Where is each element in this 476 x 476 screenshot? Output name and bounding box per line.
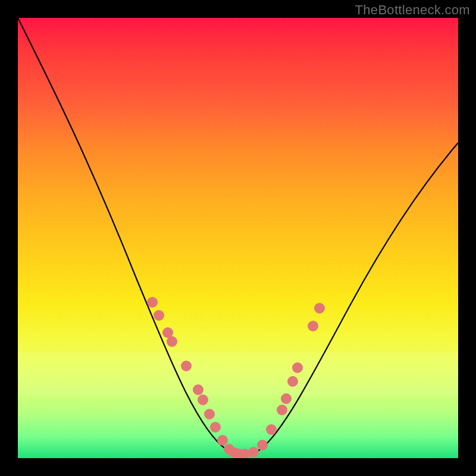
- marker-dot: [281, 393, 292, 404]
- marker-dot: [210, 422, 221, 433]
- marker-dot: [277, 405, 287, 415]
- watermark-text: TheBottleneck.com: [355, 2, 470, 18]
- marker-dot: [198, 394, 208, 405]
- plot-area: [18, 18, 458, 458]
- marker-dot: [193, 384, 203, 395]
- marker-dot: [287, 376, 298, 387]
- marker-dot: [266, 424, 277, 435]
- marker-dot: [181, 361, 192, 371]
- marker-group: [147, 297, 325, 458]
- marker-dot: [147, 297, 158, 308]
- marker-dot: [257, 440, 268, 450]
- chart-frame: TheBottleneck.com: [0, 0, 476, 476]
- marker-dot: [248, 447, 259, 458]
- curve-svg: [18, 18, 458, 458]
- marker-dot: [154, 310, 164, 321]
- marker-dot: [314, 303, 325, 314]
- marker-dot: [308, 321, 318, 331]
- bottleneck-curve: [18, 18, 458, 454]
- marker-dot: [204, 409, 215, 419]
- marker-dot: [217, 435, 228, 446]
- marker-dot: [167, 336, 177, 347]
- marker-dot: [292, 362, 303, 373]
